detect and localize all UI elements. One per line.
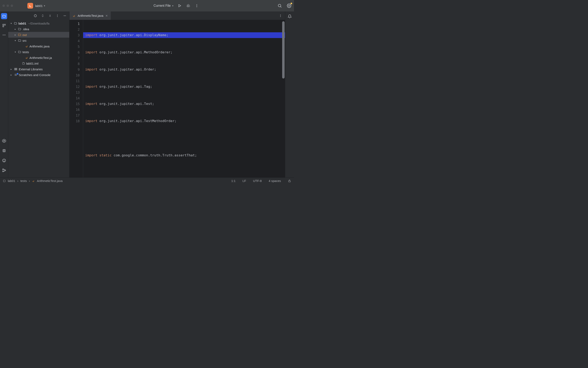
close-tab-button[interactable]: ✕ [106, 14, 108, 17]
tree-node-iml[interactable]: ▸ lab01.iml [8, 61, 69, 66]
svg-rect-9 [4, 24, 5, 25]
services-toolwindow-button[interactable] [1, 138, 7, 144]
editor-tab[interactable]: ArithmeticTest.java ✕ [70, 11, 111, 20]
line-number: 8 [70, 61, 83, 67]
svg-rect-43 [288, 181, 290, 182]
minimize-window-icon[interactable] [7, 4, 9, 7]
tree-node-root[interactable]: ▾ lab01 ~/Downloads/fa [8, 20, 69, 26]
notifications-button[interactable] [287, 14, 292, 19]
tree-node-out[interactable]: ▸ out [8, 32, 69, 38]
main-area: ▾ lab01 ~/Downloads/fa ▸ .idea ▸ out [0, 11, 294, 177]
panel-options-button[interactable] [55, 13, 60, 18]
project-tree[interactable]: ▾ lab01 ~/Downloads/fa ▸ .idea ▸ out [8, 20, 69, 78]
folder-icon [18, 33, 21, 37]
svg-point-12 [4, 35, 4, 35]
tree-node-tests[interactable]: ▾ tests [8, 49, 69, 55]
line-number: 4 [70, 38, 83, 44]
code-line: import org.junit.jupiter.api.Tag; [83, 84, 285, 90]
svg-rect-42 [3, 180, 5, 182]
zoom-window-icon[interactable] [11, 4, 13, 7]
search-everywhere-button[interactable] [277, 3, 282, 8]
svg-point-21 [2, 169, 3, 170]
tree-node-external-libraries[interactable]: ▸ External Libraries [8, 66, 69, 72]
chevron-right-icon: ▸ [10, 74, 13, 76]
settings-button[interactable] [287, 3, 292, 8]
hide-panel-button[interactable] [62, 13, 67, 18]
code-line: import org.junit.jupiter.api.MethodOrder… [83, 49, 285, 55]
chevron-down-icon: ▾ [14, 51, 17, 53]
svg-point-11 [3, 35, 3, 35]
svg-point-1 [187, 5, 189, 7]
line-number: 9 [70, 67, 83, 72]
chevron-right-icon: ▸ [14, 34, 17, 36]
project-panel-header [8, 11, 69, 20]
problems-toolwindow-button[interactable] [1, 157, 7, 164]
crumb[interactable]: lab01 [8, 179, 15, 183]
tree-node-arithmetic-test-java[interactable]: ▸ ArithmeticTest.ja [8, 55, 69, 61]
code-area[interactable]: import org.junit.jupiter.api.DisplayName… [83, 20, 285, 177]
tree-node-scratches[interactable]: ▸ Scratches and Console [8, 72, 69, 78]
editor: ArithmeticTest.java ✕ 1 2 3 4 5 6 7 8 9 … [70, 11, 285, 177]
tree-node-arithmetic-java[interactable]: ▸ Arithmetic.java [8, 43, 69, 49]
crumb[interactable]: tests [20, 179, 27, 183]
line-number: 16 [70, 107, 83, 112]
run-configuration-selector[interactable]: Current File ▾ [154, 4, 174, 8]
tab-label: ArithmeticTest.java [78, 14, 103, 17]
svg-point-13 [5, 35, 5, 35]
close-window-icon[interactable] [2, 4, 5, 7]
notification-dot-icon [291, 3, 292, 4]
tree-label: Arithmetic.java [29, 45, 49, 48]
project-toolwindow-button[interactable] [1, 13, 7, 19]
gutter: 1 2 3 4 5 6 7 8 9 10 11 12 13 14 15 16 1… [70, 20, 83, 177]
svg-point-5 [278, 4, 281, 7]
code-line: import org.junit.jupiter.api.Test; [83, 101, 285, 107]
run-button[interactable] [177, 3, 182, 8]
project-badge: L [27, 3, 33, 9]
tree-label: Scratches and Console [19, 73, 51, 77]
svg-rect-33 [15, 68, 15, 70]
project-switcher[interactable]: lab01 ▾ [35, 4, 45, 8]
more-actions-button[interactable] [194, 3, 199, 8]
svg-point-39 [280, 15, 281, 15]
vcs-toolwindow-button[interactable] [1, 167, 7, 173]
titlebar: L lab01 ▾ Current File ▾ [0, 0, 294, 11]
editor-options-button[interactable] [278, 13, 283, 18]
scrollbar-thumb[interactable] [282, 21, 285, 79]
svg-point-20 [4, 161, 4, 162]
editor-tabbar: ArithmeticTest.java ✕ [70, 11, 285, 20]
line-separator[interactable]: LF [242, 179, 246, 183]
line-number: 5 [70, 44, 83, 49]
svg-rect-10 [3, 26, 4, 27]
code-line: import static com.google.common.truth.Tr… [83, 153, 285, 158]
debug-button[interactable] [186, 3, 191, 8]
indent-settings[interactable]: 4 spaces [269, 179, 281, 183]
tree-label: out [22, 33, 27, 37]
tree-node-src[interactable]: ▾ src [8, 38, 69, 43]
chevron-right-icon: ▸ [10, 68, 13, 71]
tree-location: ~/Downloads/fa [28, 22, 49, 25]
select-opened-file-button[interactable] [33, 13, 38, 18]
more-toolwindows-button[interactable] [1, 32, 7, 38]
line-number: 6 [70, 49, 83, 55]
bookmarks-toolwindow-button[interactable] [1, 147, 7, 154]
code-line: import org.junit.jupiter.api.Order; [83, 67, 285, 72]
project-panel: ▾ lab01 ~/Downloads/fa ▸ .idea ▸ out [8, 11, 70, 177]
chevron-down-icon: ▾ [172, 4, 173, 7]
java-class-icon [32, 180, 35, 182]
expand-collapse-button[interactable] [40, 13, 45, 18]
readonly-toggle[interactable] [288, 179, 291, 183]
line-number: 14 [70, 95, 83, 101]
svg-point-40 [280, 15, 281, 16]
crumb[interactable]: ArithmeticTest.java [37, 179, 62, 183]
tree-node-idea[interactable]: ▸ .idea [8, 26, 69, 32]
collapse-all-button[interactable] [48, 13, 53, 18]
svg-point-22 [2, 171, 3, 172]
svg-point-3 [196, 6, 197, 6]
structure-toolwindow-button[interactable] [1, 22, 7, 29]
breadcrumb[interactable]: lab01 › tests › ArithmeticTest.java [3, 179, 62, 183]
java-class-icon [72, 14, 76, 17]
line-number: 13 [70, 90, 83, 95]
caret-position[interactable]: 1:1 [231, 179, 236, 183]
editor-body[interactable]: 1 2 3 4 5 6 7 8 9 10 11 12 13 14 15 16 1… [70, 20, 285, 177]
file-encoding[interactable]: UTF-8 [253, 179, 262, 183]
